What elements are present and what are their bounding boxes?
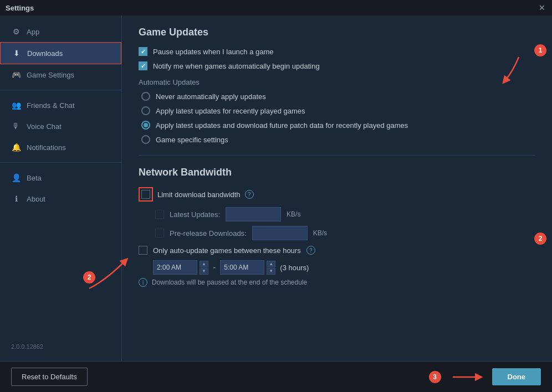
pre-release-label: Pre-release Downloads: xyxy=(170,229,247,238)
reset-defaults-button[interactable]: Reset to Defaults xyxy=(11,368,88,386)
schedule-info-row: i Downloads will be paused at the end of… xyxy=(139,278,535,287)
notify-updates-label: Notify me when games automatically begin… xyxy=(153,62,320,70)
friends-chat-icon: 👥 xyxy=(11,100,21,110)
downloads-icon: ⬇ xyxy=(12,48,22,58)
notify-updates-row: Notify me when games automatically begin… xyxy=(139,61,535,70)
sidebar-item-label-app: App xyxy=(27,28,39,36)
latest-updates-checkbox xyxy=(155,210,164,219)
window-title: Settings xyxy=(6,4,34,12)
app-icon: ⚙ xyxy=(11,27,21,37)
time-from-input[interactable] xyxy=(153,260,197,275)
sidebar-item-about[interactable]: ℹ About xyxy=(0,188,121,209)
time-to-up-btn[interactable]: ▲ xyxy=(267,261,275,267)
radio-label-never: Never automatically apply updates xyxy=(156,92,266,101)
sidebar-item-voice-chat[interactable]: 🎙 Voice Chat xyxy=(0,116,121,137)
game-settings-icon: 🎮 xyxy=(11,70,21,80)
sidebar-item-label-game-settings: Game Settings xyxy=(27,71,74,79)
time-to-down-btn[interactable]: ▼ xyxy=(267,268,275,275)
radio-btn-game-specific[interactable] xyxy=(141,135,150,144)
time-from-up-btn[interactable]: ▲ xyxy=(200,261,208,267)
sidebar: ⚙ App ⬇ Downloads 🎮 Game Settings 👥 Frie… xyxy=(0,16,122,361)
schedule-info-icon: i xyxy=(139,278,147,287)
limit-download-label: Limit download bandwidth xyxy=(157,190,241,199)
limit-download-row: Limit download bandwidth ? xyxy=(139,187,535,202)
radio-label-apply-download: Apply latest updates and download future… xyxy=(156,121,408,130)
latest-updates-input[interactable] xyxy=(226,207,281,221)
main-content: ⚙ App ⬇ Downloads 🎮 Game Settings 👥 Frie… xyxy=(0,16,552,361)
limit-download-info-icon[interactable]: ? xyxy=(245,190,254,199)
close-button[interactable]: ✕ xyxy=(536,2,548,13)
pause-updates-checkbox[interactable] xyxy=(139,47,147,56)
time-duration: (3 hours) xyxy=(280,264,309,272)
radio-btn-never[interactable] xyxy=(141,92,150,101)
notifications-icon: 🔔 xyxy=(11,142,21,152)
radio-game-specific[interactable]: Game specific settings xyxy=(141,135,535,144)
pre-release-row: Pre-release Downloads: KB/s xyxy=(155,226,535,240)
pause-updates-label: Pause updates when I launch a game xyxy=(153,48,274,56)
time-dash: - xyxy=(213,262,216,272)
title-bar: Settings ✕ xyxy=(0,0,552,16)
settings-window: Settings ✕ driver easy www.DriverEasy.co… xyxy=(0,0,552,392)
content-area: Game Updates Pause updates when I launch… xyxy=(122,16,552,361)
sidebar-item-label-notifications: Notifications xyxy=(27,143,66,152)
radio-group-updates: Never automatically apply updates Apply … xyxy=(141,92,535,144)
time-to-arrows: ▲ ▼ xyxy=(267,261,275,275)
time-from-arrows: ▲ ▼ xyxy=(200,261,208,275)
time-from-down-btn[interactable]: ▼ xyxy=(200,268,208,275)
radio-label-game-specific: Game specific settings xyxy=(156,136,228,144)
annotation-2: 2 xyxy=(534,233,546,245)
auto-update-hours-checkbox[interactable] xyxy=(139,246,147,255)
pre-release-unit: KB/s xyxy=(313,229,327,237)
radio-never[interactable]: Never automatically apply updates xyxy=(141,92,535,101)
sidebar-item-friends-chat[interactable]: 👥 Friends & Chat xyxy=(0,95,121,116)
footer: Reset to Defaults 3 Done xyxy=(0,361,552,392)
latest-updates-row: Latest Updates: KB/s xyxy=(155,207,535,221)
latest-updates-label: Latest Updates: xyxy=(170,210,220,219)
time-to-group: ▲ ▼ xyxy=(220,260,275,275)
section-divider xyxy=(139,155,535,156)
radio-btn-recently-played[interactable] xyxy=(141,106,150,115)
version-text: 2.0.0.12862 xyxy=(0,338,121,355)
sidebar-item-notifications[interactable]: 🔔 Notifications xyxy=(0,137,121,158)
footer-right: 3 Done xyxy=(429,368,541,385)
notify-updates-checkbox[interactable] xyxy=(139,61,147,70)
radio-apply-download[interactable]: Apply latest updates and download future… xyxy=(141,121,535,130)
network-bandwidth-title: Network Bandwidth xyxy=(139,167,535,178)
sidebar-item-label-downloads: Downloads xyxy=(27,49,63,58)
annotation-1: 1 xyxy=(534,44,546,56)
radio-recently-played[interactable]: Apply latest updates for recently played… xyxy=(141,106,535,115)
latest-updates-unit: KB/s xyxy=(287,210,300,218)
radio-label-recently-played: Apply latest updates for recently played… xyxy=(156,107,305,115)
automatic-updates-label: Automatic Updates xyxy=(139,78,535,86)
time-from-group: ▲ ▼ xyxy=(153,260,208,275)
voice-chat-icon: 🎙 xyxy=(11,121,21,131)
sidebar-item-label-voice-chat: Voice Chat xyxy=(27,122,62,131)
time-to-input[interactable] xyxy=(220,260,264,275)
sidebar-item-downloads[interactable]: ⬇ Downloads xyxy=(0,42,121,64)
auto-update-hours-label: Only auto-update games between these hou… xyxy=(153,246,301,255)
annotation-3: 3 xyxy=(429,371,441,383)
radio-btn-apply-download[interactable] xyxy=(141,121,150,130)
pause-updates-row: Pause updates when I launch a game xyxy=(139,47,535,56)
time-range-row: ▲ ▼ - ▲ ▼ (3 hours) xyxy=(153,260,535,275)
limit-download-checkbox-wrapper xyxy=(139,187,153,202)
arrow-3 xyxy=(450,369,483,385)
sidebar-item-game-settings[interactable]: 🎮 Game Settings xyxy=(0,64,121,85)
pre-release-checkbox xyxy=(155,229,164,238)
sidebar-item-app[interactable]: ⚙ App xyxy=(0,21,121,42)
pre-release-input[interactable] xyxy=(252,226,308,240)
limit-download-checkbox[interactable] xyxy=(141,190,150,199)
game-updates-title: Game Updates xyxy=(139,27,535,38)
sidebar-item-beta[interactable]: 👤 Beta xyxy=(0,167,121,188)
sidebar-divider-1 xyxy=(0,90,121,90)
auto-update-hours-info-icon[interactable]: ? xyxy=(306,246,315,255)
sidebar-divider-2 xyxy=(0,162,121,163)
sidebar-item-label-friends-chat: Friends & Chat xyxy=(27,101,75,110)
done-button[interactable]: Done xyxy=(492,368,541,385)
auto-update-hours-row: Only auto-update games between these hou… xyxy=(139,246,535,255)
schedule-info-text: Downloads will be paused at the end of t… xyxy=(152,278,307,286)
beta-icon: 👤 xyxy=(11,173,21,183)
about-icon: ℹ xyxy=(11,194,21,204)
sidebar-item-label-about: About xyxy=(27,195,45,203)
sidebar-item-label-beta: Beta xyxy=(27,174,42,182)
